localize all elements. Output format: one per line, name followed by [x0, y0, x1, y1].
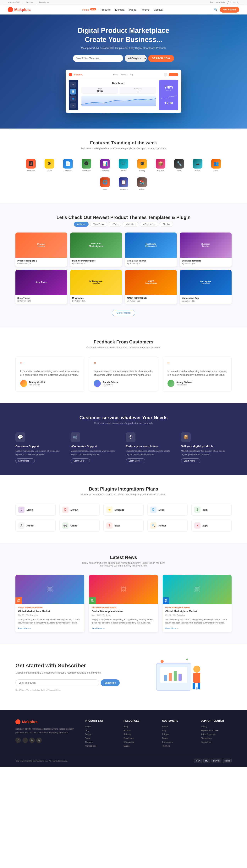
- dash-sidebar-item-4[interactable]: ⚙: [70, 103, 76, 108]
- nav-logo[interactable]: Makplus.: [8, 7, 31, 12]
- nav-link-home[interactable]: Home NEW: [82, 8, 96, 11]
- product-card-2[interactable]: Build Your Marketplace Build Your Market…: [70, 232, 122, 267]
- filter-marketing[interactable]: Marketing: [122, 222, 138, 227]
- footer-res-changelog[interactable]: Changelog: [123, 741, 154, 743]
- footer-res-release[interactable]: Release: [123, 733, 154, 736]
- nav-link-forums[interactable]: Forums: [141, 8, 149, 11]
- news-readmore-2[interactable]: Read More →: [92, 627, 105, 629]
- icon-template[interactable]: 📄 Template: [60, 157, 76, 173]
- hero-category-select[interactable]: All Category: [125, 55, 147, 62]
- footer-link-forum[interactable]: Forum: [85, 737, 116, 739]
- footer-social-ig[interactable]: ig: [36, 738, 42, 743]
- service-learn-ecommerce[interactable]: Learn More →: [71, 459, 90, 463]
- filter-ecommerce[interactable]: eCommerce: [140, 222, 158, 227]
- footer-social-li[interactable]: in: [29, 738, 35, 743]
- footer-social-fb[interactable]: f: [15, 738, 21, 743]
- icon-redbox[interactable]: 📦 Red Box: [153, 157, 168, 173]
- topbar-link3[interactable]: Developer: [39, 1, 49, 3]
- nav-link-contact[interactable]: Contact: [154, 8, 163, 11]
- product-card-7[interactable]: MAKE SOMETHING MAKE SOMETHING By Author …: [125, 270, 177, 304]
- footer-res-status[interactable]: Status: [123, 745, 154, 747]
- product-card-8[interactable]: Marketplace App Theme Marketplace App By…: [180, 270, 232, 304]
- icon-templates2[interactable]: 📋 Templates: [116, 176, 131, 191]
- service-learn-support[interactable]: Learn More →: [15, 459, 35, 463]
- icon-training2[interactable]: 📚 Training: [134, 176, 150, 191]
- service-learn-digital[interactable]: Learn More →: [181, 459, 200, 463]
- icon-wordpress[interactable]: 🅦 WordPress: [79, 157, 94, 173]
- topbar-link2[interactable]: Outline: [26, 1, 33, 3]
- icon-plugin[interactable]: ⚙ Plugin: [42, 157, 57, 173]
- topbar-social-ig[interactable]: ig: [237, 1, 239, 4]
- more-products-button[interactable]: More Product: [112, 310, 135, 316]
- dash-sidebar-item-3[interactable]: 👥: [70, 96, 76, 101]
- get-started-button[interactable]: Get Started: [220, 7, 239, 12]
- plugin-slack[interactable]: # Slack: [15, 504, 56, 516]
- plugin-dokan[interactable]: D Dokan: [60, 504, 100, 516]
- hero-search-button[interactable]: SEARCH NOW: [148, 55, 174, 62]
- product-card-5[interactable]: Shop Theme Shop Theme By Author • $20: [15, 270, 67, 304]
- news-readmore-3[interactable]: Read More →: [165, 627, 178, 629]
- news-card-2[interactable]: 🖼 19 Mar Global Marketplace Market Globa…: [89, 575, 158, 632]
- news-card-1[interactable]: 🖼 29 Mar Global Marketplace Market Globa…: [15, 575, 84, 632]
- dash-sidebar-item-1[interactable]: ⊞: [70, 82, 76, 88]
- plugin-desk[interactable]: D Desk: [147, 504, 187, 516]
- news-card-3[interactable]: 🖼 08 Mar Global Marketplace Market Globa…: [163, 575, 232, 632]
- dash-sidebar-item-2[interactable]: 📊: [70, 89, 76, 94]
- product-card-4[interactable]: Business Template Business Template By A…: [180, 232, 232, 267]
- topbar-social-fb[interactable]: 𝒇: [228, 1, 228, 4]
- icon-tools[interactable]: 🔧 Tools: [171, 157, 187, 173]
- footer-cust-home[interactable]: Home: [162, 725, 193, 728]
- subscriber-submit-button[interactable]: Subscribe: [101, 679, 120, 686]
- icon-basilisk[interactable]: 🛡 Basilisk: [116, 157, 131, 173]
- footer-link-blog[interactable]: Blog: [85, 729, 116, 732]
- topbar-link1[interactable]: Makplus-WP: [8, 1, 20, 3]
- plugin-chaty[interactable]: 💬 Chaty: [60, 520, 100, 531]
- footer-sup-pricing[interactable]: Pricing: [201, 725, 232, 728]
- footer-link-marketplace[interactable]: Marketplace: [85, 745, 116, 747]
- icon-bootstrap[interactable]: 🅱 Bootstrap: [23, 157, 39, 173]
- topbar-social-tw[interactable]: 𝕥: [231, 1, 232, 4]
- plugin-booking[interactable]: ★ Booking: [103, 504, 144, 516]
- nav-link-element[interactable]: Element: [115, 8, 125, 11]
- footer-social-tw[interactable]: t: [23, 738, 28, 743]
- footer-res-developers[interactable]: Developers: [123, 737, 154, 739]
- plugin-finder[interactable]: 🔍 Finder: [147, 520, 187, 531]
- icon-cloud[interactable]: ☁ Cloud: [190, 157, 205, 173]
- footer-cust-pricing[interactable]: Pricing: [162, 733, 193, 736]
- product-card-3[interactable]: Real Estate UI Dashboard Real Estate The…: [125, 232, 177, 267]
- plugin-admin[interactable]: A Admin: [15, 520, 56, 531]
- footer-sup-changelogs[interactable]: Changelogs: [201, 737, 232, 739]
- footer-res-forums[interactable]: Forums: [123, 729, 154, 732]
- plugin-track[interactable]: T track: [103, 520, 144, 531]
- news-readmore-1[interactable]: Read More →: [18, 627, 31, 629]
- icon-html[interactable]: 🌐 HTML: [97, 176, 113, 191]
- footer-link-pricing[interactable]: Pricing: [85, 733, 116, 736]
- topbar-become-seller[interactable]: Become a Seller: [210, 1, 226, 3]
- footer-sup-express[interactable]: Express Plus-base: [201, 729, 232, 732]
- footer-cust-blog[interactable]: Blog: [162, 729, 193, 732]
- nav-link-pages[interactable]: Pages: [129, 8, 136, 11]
- hero-search-input[interactable]: [73, 55, 123, 62]
- icon-dashboard[interactable]: 📊 Dashboard: [97, 157, 113, 173]
- product-card-6[interactable]: M Makplus. Template M Makplus. By Author…: [70, 270, 122, 304]
- footer-link-home[interactable]: Home: [85, 725, 116, 728]
- plugin-xapp[interactable]: ✕ xapp: [191, 520, 232, 531]
- footer-link-themes[interactable]: Themes: [85, 741, 116, 743]
- filter-all[interactable]: All Items: [74, 222, 89, 227]
- subscriber-email-input[interactable]: [15, 679, 99, 686]
- icon-users[interactable]: 👥 Users: [208, 157, 224, 173]
- footer-sup-developer[interactable]: Ask a Developer: [201, 733, 232, 736]
- footer-cust-downloads[interactable]: Downloads: [162, 741, 193, 743]
- filter-plugins[interactable]: Plugins: [160, 222, 173, 227]
- product-card-1[interactable]: Product Template Product Template 1 By A…: [15, 232, 67, 267]
- footer-cust-forum[interactable]: Forum: [162, 737, 193, 739]
- filter-wordpress[interactable]: WordPress: [90, 222, 107, 227]
- plugin-coin[interactable]: ₿ coin: [191, 504, 232, 516]
- filter-html[interactable]: HTML: [109, 222, 121, 227]
- nav-link-products[interactable]: Products: [101, 8, 111, 11]
- icon-training1[interactable]: 🎓 Training: [134, 157, 150, 173]
- nav-search-icon[interactable]: 🔍: [214, 8, 218, 11]
- service-learn-search[interactable]: Learn More →: [126, 459, 145, 463]
- footer-sup-contact[interactable]: Contact Us: [201, 741, 232, 743]
- footer-cust-themes[interactable]: Themes: [162, 745, 193, 747]
